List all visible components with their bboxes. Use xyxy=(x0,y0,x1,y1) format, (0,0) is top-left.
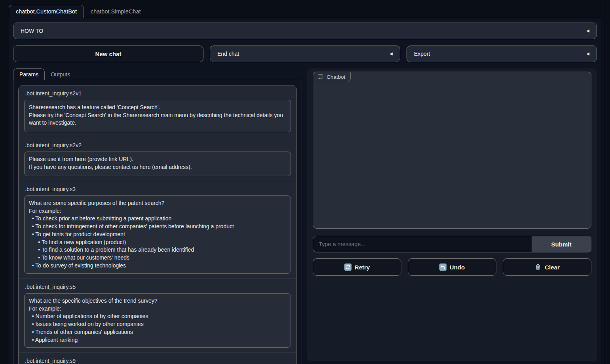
param-label: .bot.intent_inquiry.s2v1 xyxy=(24,90,291,97)
chat-bubble-icon xyxy=(317,74,323,80)
undo-button[interactable]: Undo xyxy=(408,258,496,276)
tab-outputs[interactable]: Outputs xyxy=(45,69,76,80)
param-section-s9: .bot.intent_inquiry.s9 xyxy=(19,353,296,364)
undo-label: Undo xyxy=(450,264,465,271)
end-chat-label: End chat xyxy=(217,51,239,57)
clear-button[interactable]: Clear xyxy=(503,258,591,276)
param-textarea-s3[interactable]: What are some specific purposes of the p… xyxy=(24,195,291,274)
clear-icon xyxy=(534,264,542,271)
param-textarea-s5[interactable]: What are the specific objectives of the … xyxy=(24,293,291,348)
retry-icon xyxy=(344,264,352,271)
param-label: .bot.intent_inquiry.s9 xyxy=(24,358,291,364)
chatbot-label: Chatbot xyxy=(313,72,351,82)
howto-accordion[interactable]: HOW TO ◀ xyxy=(13,23,597,39)
params-column: Params Outputs .bot.intent_inquiry.s2v1 … xyxy=(13,68,302,364)
scrollbar-track[interactable] xyxy=(604,0,604,364)
chatbot-messages-area[interactable]: Chatbot xyxy=(313,72,591,229)
param-label: .bot.intent_inquiry.s2v2 xyxy=(24,142,291,148)
param-section-s5: .bot.intent_inquiry.s5 What are the spec… xyxy=(19,279,296,353)
message-input-row: Submit xyxy=(313,236,591,252)
top-tabbar: chatbot.CustomChatBot chatbot.SimpleChat xyxy=(9,5,601,18)
chatbot-label-text: Chatbot xyxy=(327,74,345,80)
tabitem-custom-chatbot: HOW TO ◀ New chat End chat ◀ Export ◀ Pa… xyxy=(9,18,601,364)
howto-label: HOW TO xyxy=(21,28,43,34)
param-label: .bot.intent_inquiry.s3 xyxy=(24,186,291,192)
collapse-arrow-icon: ◀ xyxy=(390,52,393,56)
params-tabitem: .bot.intent_inquiry.s2v1 Shareresearch h… xyxy=(13,80,302,364)
submit-button[interactable]: Submit xyxy=(532,236,591,252)
retry-button[interactable]: Retry xyxy=(313,258,401,276)
export-label: Export xyxy=(414,51,430,57)
tab-custom-chatbot[interactable]: chatbot.CustomChatBot xyxy=(9,5,84,18)
tab-params[interactable]: Params xyxy=(13,68,45,80)
param-label: .bot.intent_inquiry.s5 xyxy=(24,284,291,290)
collapse-arrow-icon: ◀ xyxy=(586,52,589,56)
param-section-s3: .bot.intent_inquiry.s3 What are some spe… xyxy=(19,181,296,279)
main-columns: Params Outputs .bot.intent_inquiry.s2v1 … xyxy=(13,68,597,364)
clear-label: Clear xyxy=(545,264,560,271)
chat-actions-row: Retry Undo xyxy=(313,258,591,276)
collapse-arrow-icon: ◀ xyxy=(586,29,589,33)
actions-row: New chat End chat ◀ Export ◀ xyxy=(13,46,597,62)
param-section-s2v2: .bot.intent_inquiry.s2v2 Please use it f… xyxy=(19,137,296,181)
export-accordion[interactable]: Export ◀ xyxy=(407,46,597,62)
params-group: .bot.intent_inquiry.s2v1 Shareresearch h… xyxy=(18,85,297,364)
chat-panel: Chatbot Submit xyxy=(307,68,597,361)
retry-label: Retry xyxy=(355,264,370,271)
app-window: chatbot.CustomChatBot chatbot.SimpleChat… xyxy=(9,5,601,364)
tab-simple-chat[interactable]: chatbot.SimpleChat xyxy=(84,5,148,18)
param-textarea-s2v2[interactable]: Please use it from here (provide link UR… xyxy=(24,152,291,176)
param-textarea-s2v1[interactable]: Shareresearch has a feature called 'Conc… xyxy=(24,100,291,132)
param-section-s2v1: .bot.intent_inquiry.s2v1 Shareresearch h… xyxy=(19,85,296,137)
undo-icon xyxy=(439,264,447,271)
message-input[interactable] xyxy=(313,236,532,252)
end-chat-accordion[interactable]: End chat ◀ xyxy=(210,46,400,62)
new-chat-button[interactable]: New chat xyxy=(13,46,203,62)
params-tabbar: Params Outputs xyxy=(13,68,302,80)
